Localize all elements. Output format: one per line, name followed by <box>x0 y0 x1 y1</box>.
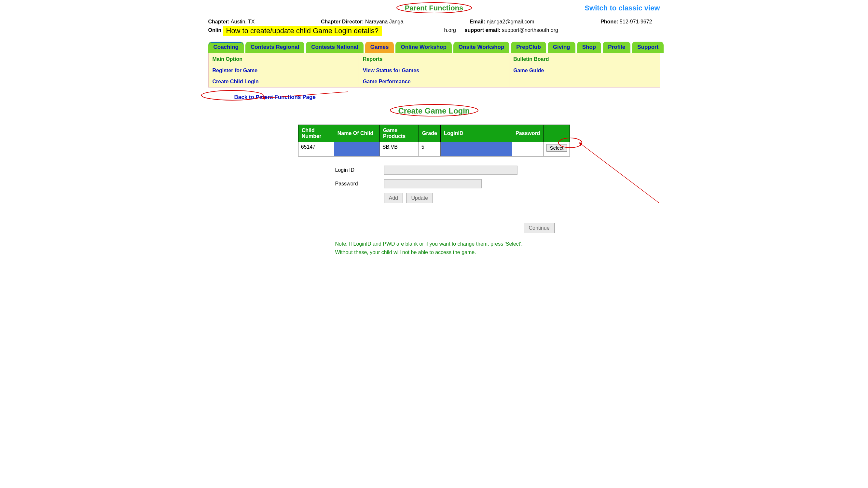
tab-prepclub[interactable]: PrepClub <box>511 42 546 53</box>
table-header: Password <box>512 125 544 142</box>
onlin-fragment: Onlin <box>208 27 222 33</box>
tab-contests-regional[interactable]: Contests Regional <box>245 42 304 53</box>
note-text: Note: If LoginID and PWD are blank or if… <box>335 240 660 256</box>
main-tabs: CoachingContests RegionalContests Nation… <box>208 42 660 53</box>
games-submenu: Main OptionRegister for GameCreate Child… <box>208 53 660 88</box>
tab-coaching[interactable]: Coaching <box>208 42 244 53</box>
tab-onsite-workshop[interactable]: Onsite Workshop <box>453 42 509 53</box>
add-button[interactable]: Add <box>384 193 403 203</box>
table-header <box>544 125 570 142</box>
tab-games[interactable]: Games <box>365 42 394 53</box>
password-input[interactable] <box>384 179 482 188</box>
tab-support[interactable]: Support <box>632 42 663 53</box>
select-button[interactable]: Select <box>547 144 567 152</box>
switch-classic-link[interactable]: Switch to classic view <box>585 4 660 12</box>
horg-fragment: h.org <box>444 27 456 33</box>
chapter-info: Chapter: Austin, TX <box>208 19 255 25</box>
table-header: Child Number <box>298 125 334 142</box>
support-email-info: support email: support@northsouth.org <box>465 27 558 33</box>
submenu-item-register-for-game[interactable]: Register for Game <box>209 65 359 76</box>
table-cell: 5 <box>418 142 440 157</box>
table-cell <box>512 142 544 157</box>
submenu-header: Reports <box>359 53 509 65</box>
table-header: Grade <box>418 125 440 142</box>
update-button[interactable]: Update <box>406 193 433 203</box>
email-info: Email: njanga2@gmail.com <box>470 19 534 25</box>
tab-contests-national[interactable]: Contests National <box>306 42 364 53</box>
table-cell <box>334 142 379 157</box>
phone-info: Phone: 512-971-9672 <box>600 19 652 25</box>
tab-profile[interactable]: Profile <box>603 42 630 53</box>
submenu-item-game-guide[interactable]: Game Guide <box>509 65 659 76</box>
svg-marker-7 <box>579 142 583 146</box>
submenu-item-create-child-login[interactable]: Create Child Login <box>209 76 359 87</box>
login-form: Login ID Password Add Update <box>335 166 660 203</box>
login-id-label: Login ID <box>335 167 384 173</box>
continue-button[interactable]: Continue <box>524 223 555 233</box>
section-title: Create Game Login <box>390 105 477 117</box>
table-cell: Select <box>544 142 570 157</box>
table-header: Name Of Child <box>334 125 379 142</box>
instruction-highlight: How to create/update child Game Login de… <box>223 26 382 36</box>
tab-shop[interactable]: Shop <box>577 42 601 53</box>
table-cell <box>440 142 512 157</box>
tab-online-workshop[interactable]: Online Workshop <box>396 42 452 53</box>
table-row: 65147SB,VB5Select <box>298 142 570 157</box>
tab-giving[interactable]: Giving <box>548 42 576 53</box>
back-parent-functions-link[interactable]: Back to Parent Functions Page <box>234 94 316 100</box>
page-title: Parent Functions <box>399 3 469 13</box>
submenu-header: Bulletin Board <box>509 53 659 65</box>
login-id-input[interactable] <box>384 166 518 175</box>
submenu-item-view-status-for-games[interactable]: View Status for Games <box>359 65 509 76</box>
table-header: LoginID <box>440 125 512 142</box>
submenu-header: Main Option <box>209 53 359 65</box>
child-login-table: Child NumberName Of ChildGame ProductsGr… <box>298 125 570 157</box>
table-cell: SB,VB <box>379 142 418 157</box>
director-info: Chapter Director: Narayana Janga <box>321 19 403 25</box>
password-label: Password <box>335 181 384 187</box>
table-header: Game Products <box>379 125 418 142</box>
submenu-item-game-performance[interactable]: Game Performance <box>359 76 509 87</box>
table-cell: 65147 <box>298 142 334 157</box>
